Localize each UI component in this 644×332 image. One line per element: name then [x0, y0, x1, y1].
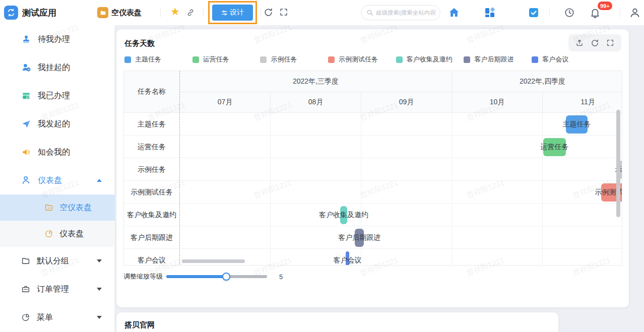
zoom-slider-handle[interactable] [222, 273, 230, 281]
gantt-column-line [270, 113, 271, 265]
link-icon[interactable] [186, 8, 195, 17]
sidebar-subitem-label: 空仪表盘 [59, 203, 92, 213]
divider [620, 8, 620, 17]
gantt-bar-label: 运营任务 [540, 143, 568, 152]
gantt-row-line [124, 226, 622, 226]
sidebar-item-todo[interactable]: 待我办理 [0, 25, 115, 53]
gantt-row-line [124, 248, 622, 249]
fullscreen-icon[interactable] [279, 8, 288, 17]
chevron-down-icon [97, 316, 102, 319]
month-header: 08月 [270, 92, 361, 113]
legend-item[interactable]: 运营任务 [192, 54, 261, 64]
legend-label: 运营任务 [203, 55, 229, 64]
legend-swatch [260, 56, 267, 63]
zoom-label: 调整缩放等级 [123, 272, 166, 281]
gantt-bar-label: 客户收集及邀约 [319, 211, 368, 220]
user-share-icon [21, 175, 31, 185]
gantt-row-line [124, 135, 622, 136]
legend-swatch [396, 56, 403, 63]
legend-label: 示例测试任务 [339, 55, 378, 64]
sidebar-item-label: 我已办理 [38, 91, 70, 101]
sidebar-group-orders[interactable]: 订单管理 [0, 275, 115, 303]
star-icon[interactable]: ★ [170, 6, 180, 17]
divider [549, 8, 550, 17]
app-title: 测试应用 [22, 7, 56, 19]
todo-icon[interactable] [528, 7, 540, 19]
clock-in-icon[interactable] [564, 7, 575, 18]
gantt-row-label: 客户收集及邀约 [124, 204, 179, 226]
legend-swatch [464, 56, 470, 63]
legend-item[interactable]: 示例测试任务 [328, 54, 396, 64]
export-icon[interactable] [575, 39, 584, 47]
gantt-bar-label: 客户会议 [334, 256, 362, 265]
divider [160, 8, 161, 17]
legend-swatch [124, 56, 131, 63]
legend-item[interactable]: 客户收集及邀约 [396, 54, 464, 64]
gantt-row-line [124, 203, 622, 204]
sidebar-group-label: 菜单 [37, 312, 53, 323]
gantt-column-line [542, 113, 543, 265]
gantt-row-label: 客户后期跟进 [124, 226, 179, 249]
divider [261, 8, 261, 17]
sidebar-item-done[interactable]: 我已办理 [0, 82, 115, 110]
gantt-row-label: 客户会议 [124, 249, 179, 265]
home-icon[interactable] [448, 7, 460, 19]
sidebar-item-cc[interactable]: 知会我的 [0, 138, 115, 166]
refresh-icon[interactable] [591, 39, 599, 47]
gantt-bar-label: 客户后期跟进 [338, 233, 380, 242]
sidebar-item-label: 仪表盘 [38, 175, 62, 186]
horizontal-scrollbar[interactable] [182, 259, 245, 263]
sidebar-item-dashboard[interactable]: 仪表盘 [0, 166, 115, 194]
legend-swatch [532, 56, 538, 63]
sidebar-item-label: 我挂起的 [38, 62, 70, 73]
search-input[interactable] [376, 10, 436, 16]
vertical-scrollbar[interactable] [616, 110, 620, 217]
send-icon [21, 119, 31, 129]
sidebar: 待我办理 我挂起的 我已办理 我发起的 知会我的 仪表盘 空仪表盘 仪表盘 默认… [0, 25, 115, 332]
done-folder-icon [21, 91, 31, 101]
legend-label: 主题任务 [135, 55, 161, 64]
notification-badge: 99+ [598, 2, 612, 10]
dashboard-submenu: 空仪表盘 仪表盘 [0, 194, 115, 247]
sidebar-item-suspended[interactable]: 我挂起的 [0, 53, 115, 82]
design-button-label: 设计 [230, 8, 244, 17]
top-bar: 测试应用 空仪表盘 ★ 设计 [0, 0, 644, 25]
gantt-row-label: 主题任务 [124, 113, 179, 136]
legend-item[interactable]: 主题任务 [124, 54, 192, 64]
chevron-down-icon [97, 259, 102, 262]
sidebar-subitem-empty-dashboard[interactable]: 空仪表盘 [0, 194, 115, 221]
legend-label: 客户会议 [542, 55, 568, 64]
fullscreen-icon[interactable] [606, 39, 614, 47]
refresh-icon[interactable] [264, 8, 273, 17]
zoom-slider-track[interactable] [166, 275, 267, 278]
legend-item[interactable]: 客户后期跟进 [464, 54, 532, 64]
task-days-card: 任务天数 主题任务运营任务示例任务示例测试任务客户收集及邀约客户后期跟进客户会议… [116, 29, 629, 307]
legend-item[interactable]: 示例任务 [260, 54, 328, 64]
zoom-value: 5 [279, 273, 283, 281]
legend-swatch [192, 56, 199, 63]
search-box[interactable] [361, 5, 440, 20]
gantt-corner-header: 任务名称 [124, 71, 179, 113]
avatar-icon[interactable] [629, 7, 641, 19]
sidebar-subitem-dashboard[interactable]: 仪表盘 [0, 221, 115, 247]
card-title: 任务天数 [124, 39, 155, 48]
sidebar-item-initiated[interactable]: 我发起的 [0, 110, 115, 138]
card-toolbar [568, 34, 621, 51]
legend-item[interactable]: 客户会议 [532, 54, 600, 64]
sidebar-item-label: 待我办理 [38, 34, 70, 45]
apps-icon[interactable] [484, 7, 496, 19]
sidebar-group-menu[interactable]: 菜单 [0, 303, 115, 331]
month-header: 11月 [542, 92, 622, 113]
month-header: 09月 [361, 92, 452, 113]
app-logo[interactable] [4, 6, 18, 20]
design-button[interactable]: 设计 [212, 5, 253, 21]
timeline-start-dashed-line [179, 71, 180, 265]
pie-outline-icon [21, 313, 30, 322]
main-content: 任务天数 主题任务运营任务示例任务示例测试任务客户收集及邀约客户后期跟进客户会议… [115, 25, 644, 332]
quarter-header: 2022年,四季度 [452, 71, 622, 92]
gantt-row-label: 示例任务 [124, 158, 179, 181]
sidebar-item-label: 我发起的 [38, 119, 70, 129]
sidebar-group-default[interactable]: 默认分组 [0, 247, 115, 275]
chevron-down-icon [97, 288, 102, 291]
legend-label: 示例任务 [271, 55, 297, 64]
